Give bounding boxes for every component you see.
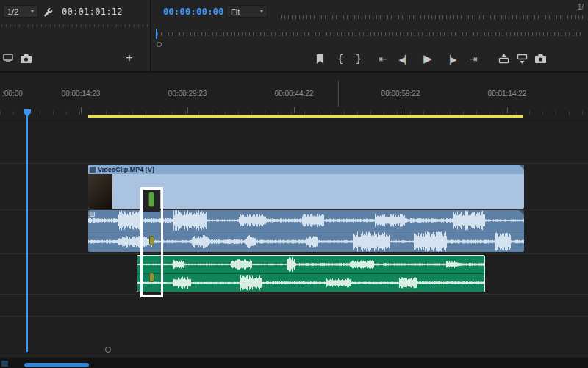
scrollbar-corner-chip: [1, 361, 8, 367]
export-frame-camera-icon[interactable]: [534, 54, 546, 63]
video-clip-header: VideoClip.MP4 [V]: [88, 165, 524, 174]
mark-out-button[interactable]: }: [354, 53, 364, 65]
extract-icon[interactable]: [516, 53, 528, 64]
program-fit-select[interactable]: Fit ▾: [226, 5, 268, 18]
video-thumbnail: [88, 174, 112, 209]
video-clip-label: VideoClip.MP4 [V]: [98, 166, 154, 173]
ruler-label: 00:00:44:22: [275, 90, 314, 98]
annotation-highlight-box: [140, 187, 163, 297]
camera-icon[interactable]: [20, 54, 32, 63]
source-zoom-select[interactable]: 1/2 ▾: [3, 5, 38, 18]
program-ruler-label: 1/: [578, 3, 584, 11]
program-fit-value: Fit: [231, 7, 240, 16]
audio-channel-left-label: L: [90, 219, 93, 224]
step-back-button[interactable]: ◀▏: [398, 54, 412, 65]
horizontal-scrollbar-thumb[interactable]: [24, 363, 89, 367]
source-monitor-panel: 1/2 ▾ 00:01:01:12 +: [0, 0, 150, 71]
ruler-label: 00:00:59:22: [381, 90, 420, 98]
program-top-ruler[interactable]: [281, 15, 584, 19]
chevron-down-icon: ▾: [31, 8, 34, 15]
waveform-canvas: [137, 274, 484, 292]
program-zoom-ruler[interactable]: [157, 32, 584, 36]
ruler-label: :00:00: [2, 90, 23, 98]
settings-wrench-icon[interactable]: [42, 6, 54, 18]
ruler-mark: [338, 81, 339, 107]
chevron-down-icon: ▾: [260, 8, 263, 15]
waveform-canvas: [137, 256, 484, 273]
fx-badge-icon: [90, 167, 96, 173]
timeline-ruler[interactable]: :00:00 00:00:14:23 00:00:29:23 00:00:44:…: [0, 73, 588, 120]
add-marker-icon[interactable]: [315, 54, 325, 65]
ruler-label: 00:00:14:23: [62, 90, 101, 98]
mark-in-button[interactable]: {: [335, 53, 345, 65]
program-timecode[interactable]: 00:00:00:00: [163, 7, 224, 17]
ruler-label: 00:01:14:22: [488, 90, 527, 98]
lift-icon[interactable]: [498, 53, 509, 64]
render-bar: [88, 115, 523, 118]
source-timecode[interactable]: 00:01:01:12: [62, 7, 123, 17]
music-clip[interactable]: L R: [137, 255, 485, 292]
track-line: [0, 163, 588, 164]
track-line: [0, 294, 588, 295]
step-forward-button[interactable]: ▕▶: [444, 54, 457, 65]
clip-corner-notch: [519, 210, 524, 215]
monitor-icon[interactable]: [2, 53, 14, 63]
zoom-scroll-handle[interactable]: [157, 42, 162, 47]
source-zoom-value: 1/2: [7, 7, 18, 16]
source-zoom-ruler[interactable]: [1, 24, 148, 27]
bottom-scrollbar-track: [0, 358, 588, 368]
ruler-label: 00:00:29:23: [168, 90, 207, 98]
ruler-minor-ticks: [0, 111, 585, 115]
audio-channel-right-label: R: [90, 239, 94, 245]
premiere-timeline-window: 1/2 ▾ 00:01:01:12 + 00:00:00:00 Fit ▾ 1/: [0, 0, 588, 368]
add-button[interactable]: +: [123, 51, 135, 65]
program-monitor-panel: 00:00:00:00 Fit ▾ 1/ { } ⇤ ◀▏ ▶ ▕▶ ⇥: [151, 0, 588, 71]
playhead-line[interactable]: [26, 111, 28, 352]
go-to-out-button[interactable]: ⇥: [467, 54, 479, 65]
clip-corner-notch: [519, 165, 524, 170]
go-to-in-button[interactable]: ⇤: [377, 54, 389, 65]
play-button[interactable]: ▶: [422, 53, 434, 65]
horizontal-scroll-handle[interactable]: [105, 347, 111, 353]
track-line: [0, 253, 588, 254]
ruler-bottom-line: [0, 120, 588, 120]
timeline-panel: :00:00 00:00:14:23 00:00:29:23 00:00:44:…: [0, 73, 588, 358]
track-line: [0, 316, 588, 317]
program-mini-playhead[interactable]: [156, 29, 157, 39]
